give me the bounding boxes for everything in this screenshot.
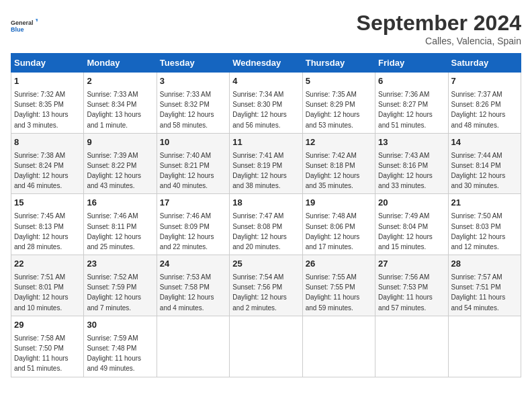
table-row: 7Sunrise: 7:37 AMSunset: 8:26 PMDaylight… [448, 73, 521, 134]
table-row: 21Sunrise: 7:50 AMSunset: 8:03 PMDayligh… [448, 194, 521, 255]
day-number: 18 [232, 197, 299, 210]
day-number: 22 [14, 258, 81, 271]
table-row: 24Sunrise: 7:53 AMSunset: 7:58 PMDayligh… [157, 255, 229, 316]
day-info: Sunrise: 7:55 AMSunset: 7:55 PMDaylight:… [306, 273, 360, 312]
page-header: General Blue September 2024 Calles, Vale… [11, 11, 521, 46]
day-number: 11 [232, 136, 299, 149]
col-header-sunday: Sunday [11, 54, 84, 73]
day-info: Sunrise: 7:53 AMSunset: 7:58 PMDaylight:… [160, 273, 214, 312]
day-info: Sunrise: 7:42 AMSunset: 8:18 PMDaylight:… [306, 152, 360, 190]
col-header-tuesday: Tuesday [157, 54, 229, 73]
table-row: 20Sunrise: 7:49 AMSunset: 8:04 PMDayligh… [375, 194, 448, 255]
day-info: Sunrise: 7:57 AMSunset: 7:51 PMDaylight:… [451, 273, 506, 312]
table-row: 1Sunrise: 7:32 AMSunset: 8:35 PMDaylight… [11, 73, 84, 134]
day-number: 12 [306, 136, 372, 149]
day-info: Sunrise: 7:48 AMSunset: 8:06 PMDaylight:… [306, 212, 360, 250]
day-number: 5 [306, 75, 372, 88]
day-info: Sunrise: 7:46 AMSunset: 8:09 PMDaylight:… [160, 212, 214, 250]
table-row [448, 316, 521, 377]
day-number: 23 [87, 258, 153, 271]
table-row: 9Sunrise: 7:39 AMSunset: 8:22 PMDaylight… [84, 133, 157, 194]
day-number: 24 [160, 258, 226, 271]
table-row: 16Sunrise: 7:46 AMSunset: 8:11 PMDayligh… [84, 194, 157, 255]
day-number: 2 [87, 75, 153, 88]
day-info: Sunrise: 7:37 AMSunset: 8:26 PMDaylight:… [451, 91, 506, 129]
day-number: 14 [451, 136, 518, 149]
day-number: 4 [232, 75, 299, 88]
table-row: 22Sunrise: 7:51 AMSunset: 8:01 PMDayligh… [11, 255, 84, 316]
day-info: Sunrise: 7:45 AMSunset: 8:13 PMDaylight:… [14, 212, 69, 250]
day-info: Sunrise: 7:46 AMSunset: 8:11 PMDaylight:… [87, 212, 141, 250]
title-area: September 2024 Calles, Valencia, Spain [357, 11, 521, 46]
col-header-friday: Friday [375, 54, 448, 73]
day-number: 17 [160, 197, 226, 210]
day-info: Sunrise: 7:52 AMSunset: 7:59 PMDaylight:… [87, 273, 141, 312]
day-info: Sunrise: 7:49 AMSunset: 8:04 PMDaylight:… [378, 212, 433, 250]
table-row: 17Sunrise: 7:46 AMSunset: 8:09 PMDayligh… [157, 194, 229, 255]
table-row: 27Sunrise: 7:56 AMSunset: 7:53 PMDayligh… [375, 255, 448, 316]
svg-text:General: General [11, 19, 34, 26]
day-number: 30 [87, 319, 153, 332]
day-number: 21 [451, 197, 518, 210]
table-row: 10Sunrise: 7:40 AMSunset: 8:21 PMDayligh… [157, 133, 229, 194]
table-row: 23Sunrise: 7:52 AMSunset: 7:59 PMDayligh… [84, 255, 157, 316]
table-row: 2Sunrise: 7:33 AMSunset: 8:34 PMDaylight… [84, 73, 157, 134]
svg-text:Blue: Blue [11, 26, 24, 33]
day-info: Sunrise: 7:33 AMSunset: 8:32 PMDaylight:… [160, 91, 214, 129]
svg-marker-2 [36, 19, 38, 22]
day-number: 28 [451, 258, 518, 271]
table-row: 4Sunrise: 7:34 AMSunset: 8:30 PMDaylight… [230, 73, 302, 134]
day-number: 29 [14, 319, 81, 332]
day-info: Sunrise: 7:43 AMSunset: 8:16 PMDaylight:… [378, 152, 433, 190]
day-info: Sunrise: 7:40 AMSunset: 8:21 PMDaylight:… [160, 152, 214, 190]
table-row: 5Sunrise: 7:35 AMSunset: 8:29 PMDaylight… [302, 73, 375, 134]
table-row: 19Sunrise: 7:48 AMSunset: 8:06 PMDayligh… [302, 194, 375, 255]
table-row: 26Sunrise: 7:55 AMSunset: 7:55 PMDayligh… [302, 255, 375, 316]
table-row: 8Sunrise: 7:38 AMSunset: 8:24 PMDaylight… [11, 133, 84, 194]
month-title: September 2024 [357, 11, 521, 36]
table-row: 13Sunrise: 7:43 AMSunset: 8:16 PMDayligh… [375, 133, 448, 194]
day-info: Sunrise: 7:47 AMSunset: 8:08 PMDaylight:… [232, 212, 287, 250]
table-row: 25Sunrise: 7:54 AMSunset: 7:56 PMDayligh… [230, 255, 302, 316]
calendar-week-1: 1Sunrise: 7:32 AMSunset: 8:35 PMDaylight… [11, 73, 521, 134]
table-row: 12Sunrise: 7:42 AMSunset: 8:18 PMDayligh… [302, 133, 375, 194]
day-info: Sunrise: 7:34 AMSunset: 8:30 PMDaylight:… [232, 91, 287, 129]
table-row: 15Sunrise: 7:45 AMSunset: 8:13 PMDayligh… [11, 194, 84, 255]
day-info: Sunrise: 7:54 AMSunset: 7:56 PMDaylight:… [232, 273, 287, 312]
day-number: 27 [378, 258, 445, 271]
day-number: 15 [14, 197, 81, 210]
day-info: Sunrise: 7:44 AMSunset: 8:14 PMDaylight:… [451, 152, 506, 190]
table-row: 6Sunrise: 7:36 AMSunset: 8:27 PMDaylight… [375, 73, 448, 134]
logo: General Blue [11, 11, 38, 40]
day-number: 6 [378, 75, 445, 88]
col-header-saturday: Saturday [448, 54, 521, 73]
table-row: 14Sunrise: 7:44 AMSunset: 8:14 PMDayligh… [448, 133, 521, 194]
table-row [302, 316, 375, 377]
day-info: Sunrise: 7:35 AMSunset: 8:29 PMDaylight:… [306, 91, 360, 129]
day-number: 19 [306, 197, 372, 210]
col-header-thursday: Thursday [302, 54, 375, 73]
calendar-week-4: 22Sunrise: 7:51 AMSunset: 8:01 PMDayligh… [11, 255, 521, 316]
col-header-monday: Monday [84, 54, 157, 73]
logo-svg: General Blue [11, 11, 38, 40]
day-number: 26 [306, 258, 372, 271]
day-info: Sunrise: 7:56 AMSunset: 7:53 PMDaylight:… [378, 273, 433, 312]
day-info: Sunrise: 7:41 AMSunset: 8:19 PMDaylight:… [232, 152, 287, 190]
day-number: 9 [87, 136, 153, 149]
table-row: 30Sunrise: 7:59 AMSunset: 7:48 PMDayligh… [84, 316, 157, 377]
table-row: 29Sunrise: 7:58 AMSunset: 7:50 PMDayligh… [11, 316, 84, 377]
day-number: 20 [378, 197, 445, 210]
day-info: Sunrise: 7:33 AMSunset: 8:34 PMDaylight:… [87, 91, 141, 129]
day-number: 3 [160, 75, 226, 88]
table-row [375, 316, 448, 377]
day-number: 1 [14, 75, 81, 88]
calendar-week-5: 29Sunrise: 7:58 AMSunset: 7:50 PMDayligh… [11, 316, 521, 377]
day-number: 10 [160, 136, 226, 149]
day-info: Sunrise: 7:39 AMSunset: 8:22 PMDaylight:… [87, 152, 141, 190]
calendar-table: SundayMondayTuesdayWednesdayThursdayFrid… [11, 53, 521, 377]
table-row: 3Sunrise: 7:33 AMSunset: 8:32 PMDaylight… [157, 73, 229, 134]
day-number: 8 [14, 136, 81, 149]
day-number: 25 [232, 258, 299, 271]
calendar-header-row: SundayMondayTuesdayWednesdayThursdayFrid… [11, 54, 521, 73]
day-number: 13 [378, 136, 445, 149]
